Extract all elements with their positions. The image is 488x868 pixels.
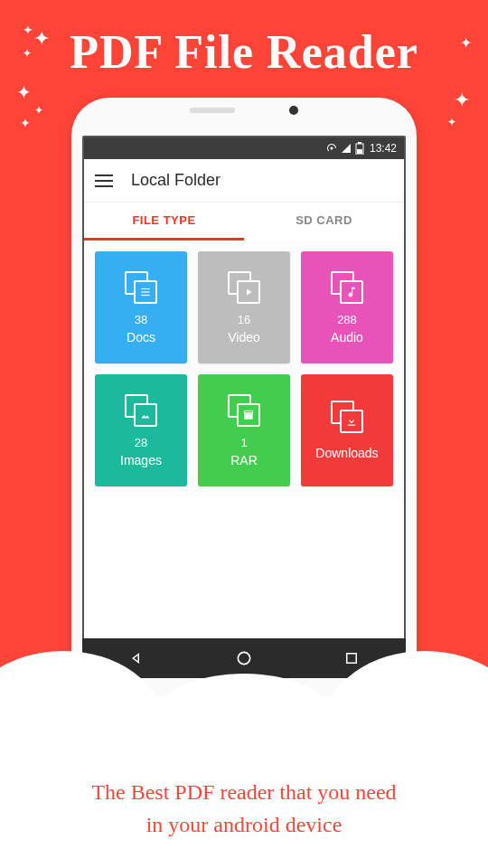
video-icon bbox=[228, 271, 260, 304]
footer-tagline: The Best PDF reader that you need in you… bbox=[0, 776, 488, 841]
svg-rect-6 bbox=[141, 294, 149, 295]
rar-icon bbox=[228, 394, 260, 427]
tile-count: 28 bbox=[135, 436, 147, 449]
tile-count: 16 bbox=[238, 313, 250, 326]
docs-icon bbox=[125, 271, 157, 304]
status-bar: 13:42 bbox=[84, 137, 404, 159]
hamburger-icon[interactable] bbox=[95, 175, 113, 187]
tile-images[interactable]: 28 Images bbox=[95, 374, 187, 486]
sparkle-decor: ✦ bbox=[454, 89, 470, 112]
tab-sd-card[interactable]: SD CARD bbox=[244, 203, 404, 241]
svg-point-9 bbox=[246, 413, 247, 414]
signal-icon bbox=[341, 143, 352, 154]
sparkle-decor: ✦ bbox=[20, 116, 31, 130]
tile-count: 288 bbox=[337, 313, 357, 326]
nav-back-button[interactable] bbox=[127, 648, 146, 668]
audio-icon bbox=[331, 271, 363, 304]
tile-docs[interactable]: 38 Docs bbox=[95, 251, 187, 363]
sparkle-decor: ✦ bbox=[460, 34, 472, 52]
svg-rect-13 bbox=[347, 654, 357, 664]
sparkle-decor: ✦ bbox=[16, 81, 32, 103]
svg-rect-4 bbox=[141, 288, 149, 288]
hotspot-icon bbox=[326, 143, 337, 154]
images-icon bbox=[125, 394, 157, 427]
tile-label: Downloads bbox=[315, 446, 378, 460]
tile-label: RAR bbox=[230, 453, 258, 467]
tile-count: 38 bbox=[135, 313, 147, 326]
app-bar: Local Folder bbox=[84, 159, 404, 203]
svg-point-11 bbox=[250, 413, 251, 414]
phone-camera bbox=[289, 106, 298, 115]
tabs: FILE TYPE SD CARD bbox=[84, 203, 404, 241]
hero-title: PDF File Reader bbox=[0, 0, 488, 79]
nav-home-button[interactable] bbox=[234, 648, 254, 668]
phone-hardware-top bbox=[71, 98, 417, 123]
sparkle-decor: ✦ bbox=[34, 104, 43, 117]
tile-label: Audio bbox=[331, 330, 363, 344]
phone-frame: 13:42 Local Folder FILE TYPE SD CARD 38 … bbox=[71, 98, 417, 731]
tile-downloads[interactable]: Downloads bbox=[301, 374, 393, 486]
tile-label: Images bbox=[120, 453, 162, 467]
sparkle-decor: ✦ bbox=[23, 47, 32, 60]
svg-rect-3 bbox=[357, 149, 362, 154]
sparkle-decor: ✦ bbox=[23, 23, 33, 37]
svg-rect-5 bbox=[141, 291, 149, 292]
svg-rect-8 bbox=[244, 410, 252, 412]
status-time: 13:42 bbox=[370, 142, 397, 155]
tile-label: Video bbox=[228, 330, 260, 344]
sparkle-decor: ✦ bbox=[447, 116, 456, 128]
downloads-icon bbox=[331, 401, 363, 433]
tile-label: Docs bbox=[127, 330, 155, 344]
svg-point-12 bbox=[238, 652, 249, 664]
tile-count: 1 bbox=[240, 436, 247, 449]
tile-video[interactable]: 16 Video bbox=[198, 251, 290, 363]
status-icons bbox=[326, 142, 364, 155]
svg-rect-2 bbox=[358, 142, 361, 144]
svg-point-10 bbox=[248, 413, 249, 414]
phone-screen: 13:42 Local Folder FILE TYPE SD CARD 38 … bbox=[82, 136, 406, 678]
footer-line1: The Best PDF reader that you need bbox=[18, 776, 470, 808]
tile-rar[interactable]: 1 RAR bbox=[198, 374, 290, 486]
battery-icon bbox=[355, 142, 364, 155]
tile-audio[interactable]: 288 Audio bbox=[301, 251, 393, 363]
footer-line2: in your android device bbox=[18, 808, 470, 841]
phone-speaker bbox=[190, 108, 235, 113]
tab-file-type[interactable]: FILE TYPE bbox=[84, 203, 244, 241]
nav-recent-button[interactable] bbox=[342, 648, 361, 668]
sparkle-decor: ✦ bbox=[33, 27, 50, 51]
app-title: Local Folder bbox=[131, 171, 221, 190]
svg-point-0 bbox=[330, 147, 333, 150]
tiles-grid: 38 Docs 16 Video 288 Audio bbox=[84, 241, 404, 497]
